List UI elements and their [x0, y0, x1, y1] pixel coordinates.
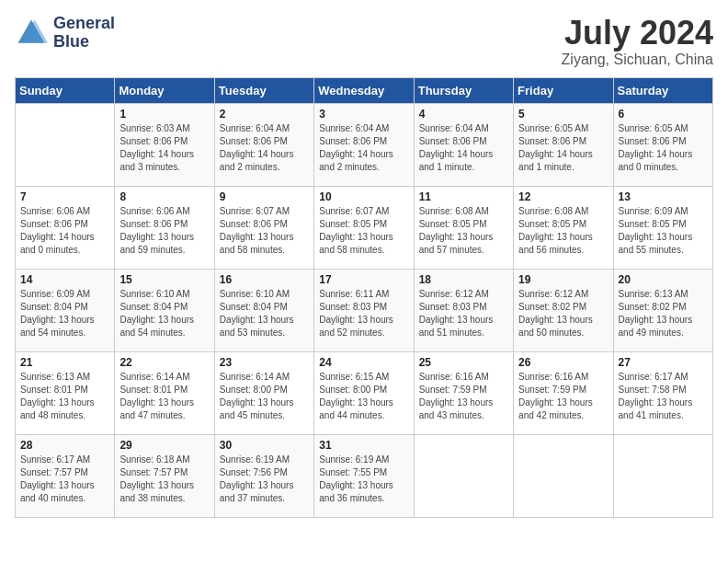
sunrise-text: Sunrise: 6:10 AM: [119, 289, 189, 299]
calendar-week-row: 21Sunrise: 6:13 AMSunset: 8:01 PMDayligh…: [16, 351, 713, 434]
calendar-cell: 7Sunrise: 6:06 AMSunset: 8:06 PMDaylight…: [16, 186, 115, 269]
calendar-table: SundayMondayTuesdayWednesdayThursdayFrid…: [15, 77, 713, 518]
day-number: 9: [220, 190, 309, 203]
calendar-cell: 17Sunrise: 6:11 AMSunset: 8:03 PMDayligh…: [314, 269, 414, 351]
calendar-cell: 16Sunrise: 6:10 AMSunset: 8:04 PMDayligh…: [214, 269, 313, 351]
sunset-text: Sunset: 8:00 PM: [220, 385, 288, 395]
sunset-text: Sunset: 8:06 PM: [619, 136, 687, 146]
sunset-text: Sunset: 7:59 PM: [518, 385, 586, 395]
sunrise-text: Sunrise: 6:14 AM: [220, 372, 290, 382]
day-detail: Sunrise: 6:08 AMSunset: 8:05 PMDaylight:…: [419, 205, 508, 257]
day-number: 12: [518, 190, 608, 203]
calendar-cell: 24Sunrise: 6:15 AMSunset: 8:00 PMDayligh…: [314, 351, 414, 434]
sunset-text: Sunset: 8:06 PM: [119, 136, 188, 146]
sunset-text: Sunset: 8:04 PM: [20, 302, 88, 312]
day-number: 26: [518, 356, 608, 369]
calendar-header-row: SundayMondayTuesdayWednesdayThursdayFrid…: [16, 77, 713, 103]
daylight-text: Daylight: 13 hours and 42 minutes.: [518, 397, 593, 420]
calendar-cell: 29Sunrise: 6:18 AMSunset: 7:57 PMDayligh…: [115, 434, 214, 517]
daylight-text: Daylight: 13 hours and 52 minutes.: [319, 315, 393, 338]
day-number: 7: [20, 190, 109, 203]
day-detail: Sunrise: 6:14 AMSunset: 8:00 PMDaylight:…: [220, 371, 309, 422]
sunrise-text: Sunrise: 6:04 AM: [319, 123, 389, 133]
day-number: 6: [619, 108, 708, 121]
calendar-cell: 10Sunrise: 6:07 AMSunset: 8:05 PMDayligh…: [314, 186, 414, 269]
daylight-text: Daylight: 13 hours and 55 minutes.: [619, 232, 693, 255]
sunset-text: Sunset: 8:06 PM: [220, 136, 288, 146]
sunset-text: Sunset: 8:01 PM: [20, 385, 88, 395]
daylight-text: Daylight: 14 hours and 0 minutes.: [619, 149, 693, 172]
sunset-text: Sunset: 7:59 PM: [419, 385, 487, 395]
calendar-cell: 26Sunrise: 6:16 AMSunset: 7:59 PMDayligh…: [514, 351, 613, 434]
day-number: 25: [419, 356, 508, 369]
sunrise-text: Sunrise: 6:19 AM: [220, 454, 290, 465]
day-number: 16: [220, 273, 309, 286]
day-detail: Sunrise: 6:14 AMSunset: 8:01 PMDaylight:…: [119, 371, 209, 422]
sunrise-text: Sunrise: 6:16 AM: [419, 372, 489, 382]
sunset-text: Sunset: 7:57 PM: [20, 467, 88, 477]
calendar-cell: 22Sunrise: 6:14 AMSunset: 8:01 PMDayligh…: [115, 351, 214, 434]
daylight-text: Daylight: 13 hours and 57 minutes.: [419, 232, 494, 255]
col-header-wednesday: Wednesday: [314, 77, 414, 103]
daylight-text: Daylight: 13 hours and 43 minutes.: [419, 397, 494, 420]
daylight-text: Daylight: 14 hours and 0 minutes.: [20, 232, 95, 255]
day-number: 14: [20, 273, 109, 286]
calendar-week-row: 7Sunrise: 6:06 AMSunset: 8:06 PMDaylight…: [16, 186, 713, 269]
calendar-cell: [414, 434, 513, 517]
sunrise-text: Sunrise: 6:09 AM: [619, 206, 688, 216]
day-detail: Sunrise: 6:18 AMSunset: 7:57 PMDaylight:…: [119, 454, 209, 505]
sunrise-text: Sunrise: 6:06 AM: [20, 206, 90, 216]
sunset-text: Sunset: 8:06 PM: [220, 219, 288, 229]
month-year: July 2024: [562, 15, 713, 52]
day-number: 3: [319, 108, 408, 121]
calendar-cell: 12Sunrise: 6:08 AMSunset: 8:05 PMDayligh…: [514, 186, 613, 269]
calendar-cell: 13Sunrise: 6:09 AMSunset: 8:05 PMDayligh…: [613, 186, 712, 269]
day-detail: Sunrise: 6:12 AMSunset: 8:02 PMDaylight:…: [518, 288, 608, 339]
day-number: 18: [419, 273, 508, 286]
day-detail: Sunrise: 6:10 AMSunset: 8:04 PMDaylight:…: [220, 288, 309, 339]
sunset-text: Sunset: 8:06 PM: [518, 136, 586, 146]
daylight-text: Daylight: 14 hours and 1 minute.: [518, 149, 593, 172]
day-detail: Sunrise: 6:04 AMSunset: 8:06 PMDaylight:…: [419, 122, 508, 174]
sunset-text: Sunset: 8:03 PM: [419, 302, 487, 312]
calendar-cell: 23Sunrise: 6:14 AMSunset: 8:00 PMDayligh…: [214, 351, 313, 434]
day-detail: Sunrise: 6:13 AMSunset: 8:02 PMDaylight:…: [619, 288, 708, 339]
sunset-text: Sunset: 7:58 PM: [619, 385, 687, 395]
day-number: 5: [518, 108, 608, 121]
sunrise-text: Sunrise: 6:04 AM: [220, 123, 290, 133]
calendar-cell: [613, 434, 712, 517]
sunrise-text: Sunrise: 6:08 AM: [419, 206, 489, 216]
day-number: 29: [119, 439, 209, 452]
sunrise-text: Sunrise: 6:06 AM: [119, 206, 189, 216]
calendar-cell: 2Sunrise: 6:04 AMSunset: 8:06 PMDaylight…: [214, 103, 313, 186]
daylight-text: Daylight: 14 hours and 1 minute.: [419, 149, 494, 172]
sunset-text: Sunset: 8:05 PM: [419, 219, 487, 229]
sunset-text: Sunset: 8:05 PM: [518, 219, 586, 229]
daylight-text: Daylight: 14 hours and 2 minutes.: [319, 149, 393, 172]
sunset-text: Sunset: 8:01 PM: [119, 385, 188, 395]
daylight-text: Daylight: 14 hours and 3 minutes.: [119, 149, 194, 172]
daylight-text: Daylight: 13 hours and 45 minutes.: [220, 397, 294, 420]
day-number: 30: [220, 439, 309, 452]
calendar-cell: 31Sunrise: 6:19 AMSunset: 7:55 PMDayligh…: [314, 434, 414, 517]
day-detail: Sunrise: 6:05 AMSunset: 8:06 PMDaylight:…: [518, 122, 608, 174]
day-detail: Sunrise: 6:03 AMSunset: 8:06 PMDaylight:…: [119, 122, 209, 174]
day-number: 17: [319, 273, 408, 286]
sunrise-text: Sunrise: 6:12 AM: [518, 289, 588, 299]
calendar-cell: 19Sunrise: 6:12 AMSunset: 8:02 PMDayligh…: [514, 269, 613, 351]
sunrise-text: Sunrise: 6:08 AM: [518, 206, 588, 216]
logo-text: General Blue: [53, 15, 115, 52]
calendar-cell: 4Sunrise: 6:04 AMSunset: 8:06 PMDaylight…: [414, 103, 513, 186]
sunrise-text: Sunrise: 6:16 AM: [518, 372, 588, 382]
calendar-cell: 15Sunrise: 6:10 AMSunset: 8:04 PMDayligh…: [115, 269, 214, 351]
daylight-text: Daylight: 13 hours and 51 minutes.: [419, 315, 494, 338]
day-detail: Sunrise: 6:16 AMSunset: 7:59 PMDaylight:…: [518, 371, 608, 422]
day-number: 28: [20, 439, 109, 452]
sunset-text: Sunset: 8:06 PM: [319, 136, 387, 146]
daylight-text: Daylight: 13 hours and 54 minutes.: [20, 315, 95, 338]
calendar-cell: 3Sunrise: 6:04 AMSunset: 8:06 PMDaylight…: [314, 103, 414, 186]
daylight-text: Daylight: 13 hours and 41 minutes.: [619, 397, 693, 420]
calendar-cell: 20Sunrise: 6:13 AMSunset: 8:02 PMDayligh…: [613, 269, 712, 351]
sunset-text: Sunset: 8:00 PM: [319, 385, 387, 395]
daylight-text: Daylight: 13 hours and 40 minutes.: [20, 480, 95, 503]
